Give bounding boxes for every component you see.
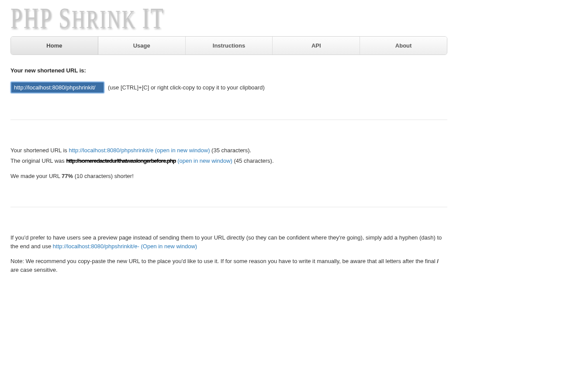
site-logo: PHP SHRINK IT — [10, 0, 578, 40]
preview-tip: If you'd prefer to have users see a prev… — [10, 233, 447, 251]
separator — [10, 120, 447, 120]
savings-prefix: We made your URL — [10, 173, 62, 179]
note-slash: / — [437, 258, 439, 264]
case-note: Note: We recommend you copy-paste the ne… — [10, 257, 447, 274]
savings-percent: 77% — [62, 173, 73, 179]
result-heading: Your new shortened URL is: — [10, 67, 447, 74]
shortened-suffix: (35 characters). — [210, 147, 251, 154]
savings-suffix: (10 characters) shorter! — [73, 173, 134, 179]
original-suffix: (45 characters). — [232, 157, 274, 164]
shortened-url-input[interactable] — [10, 82, 104, 93]
note-suffix: are case sensitive. — [10, 267, 58, 273]
note-prefix: Note: We recommend you copy-paste the ne… — [10, 258, 437, 264]
shortened-prefix: Your shortened URL is — [10, 147, 69, 154]
copy-hint: (use [CTRL]+[C] or right click-copy to c… — [108, 84, 265, 91]
original-prefix: The original URL was — [10, 157, 66, 164]
separator — [10, 207, 447, 207]
original-url-redacted: http://someredactedurlthatwaslongerbefor… — [66, 157, 176, 164]
shortened-url-link[interactable]: http://localhost:8080/phpshrinkit/e (ope… — [69, 147, 210, 154]
savings-line: We made your URL 77% (10 characters) sho… — [10, 172, 447, 181]
original-url-link[interactable]: (open in new window) — [176, 157, 232, 164]
original-summary-line: The original URL was http://someredacted… — [10, 157, 447, 165]
preview-url-link[interactable]: http://localhost:8080/phpshrinkit/e- (Op… — [53, 243, 197, 250]
shortened-summary-line: Your shortened URL is http://localhost:8… — [10, 146, 447, 155]
